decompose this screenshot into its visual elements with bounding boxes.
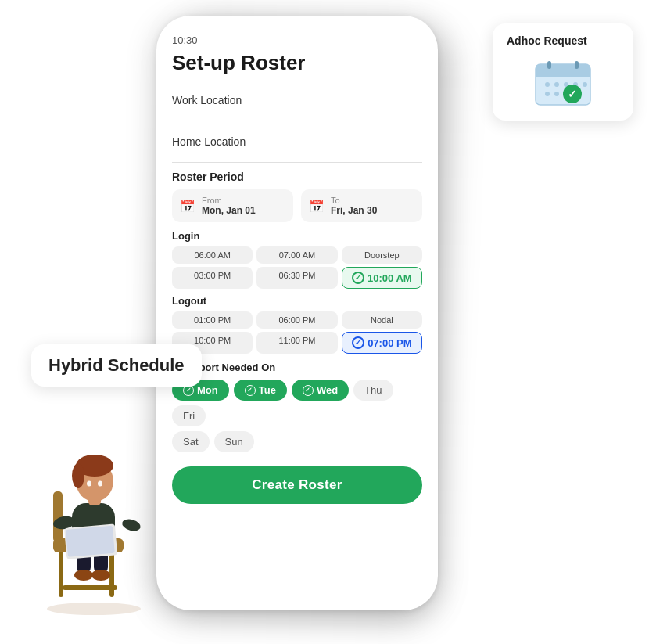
login-time-1[interactable]: 06:00 AM [172,246,253,264]
tue-check-icon: ✓ [245,385,256,396]
svg-rect-17 [63,585,117,590]
from-label: From [202,196,256,205]
svg-point-22 [121,517,142,533]
svg-rect-2 [536,70,590,77]
date-row: 📅 From Mon, Jan 01 📅 To Fri, Jan 30 [172,189,422,222]
day-tue[interactable]: ✓ Tue [234,380,287,401]
logout-label: Logout [172,295,422,307]
to-date: Fri, Jan 30 [331,205,377,216]
day-sun[interactable]: Sun [214,431,254,452]
from-calendar-icon: 📅 [180,199,195,214]
to-date-box[interactable]: 📅 To Fri, Jan 30 [301,189,422,222]
login-label: Login [172,230,422,242]
login-time-selected[interactable]: ✓ 10:00 AM [342,267,422,289]
logout-time-4[interactable]: 11:00 PM [256,332,337,354]
login-check-icon: ✓ [352,272,364,284]
logout-selected-time: 07:00 PM [368,337,411,349]
svg-rect-34 [66,526,115,557]
day-chips-row2: Sat Sun [172,431,422,452]
login-selected-time: 10:00 AM [368,272,412,284]
svg-point-6 [554,82,559,87]
to-calendar-icon: 📅 [309,199,324,214]
logout-time-selected[interactable]: ✓ 07:00 PM [342,332,422,354]
divider-1 [172,121,422,121]
login-time-2[interactable]: 07:00 AM [256,246,337,264]
login-time-grid-row1: 06:00 AM 07:00 AM Doorstep [172,246,422,264]
svg-point-10 [545,92,550,96]
home-location-label[interactable]: Home Location [172,129,422,154]
adhoc-card: Adhoc Request ✓ [493,23,633,121]
work-location-label[interactable]: Work Location [172,88,422,113]
svg-rect-19 [53,491,63,542]
logout-time-2[interactable]: 06:00 PM [256,311,337,329]
phone-wrapper: 10:30 Set-up Roster Work Location Home L… [156,16,454,626]
day-fri[interactable]: Fri [172,405,206,426]
hybrid-schedule-badge: Hybrid Schedule [31,344,202,387]
svg-point-25 [74,570,93,581]
create-roster-button[interactable]: Create Roster [172,466,422,504]
svg-rect-4 [575,61,579,69]
svg-point-11 [554,92,559,96]
transport-section: Transport Needed On ✓ Mon ✓ Tue ✓ Wed Th… [172,362,422,452]
svg-text:✓: ✓ [568,88,577,100]
day-thu[interactable]: Thu [353,380,393,401]
roster-period-label: Roster Period [172,171,422,183]
logout-nodal[interactable]: Nodal [342,311,422,329]
adhoc-title: Adhoc Request [507,34,619,47]
status-time: 10:30 [172,34,422,46]
mon-label: Mon [197,384,218,396]
login-doorstep[interactable]: Doorstep [342,246,422,264]
person-illustration [16,401,172,621]
svg-point-5 [545,82,550,87]
svg-rect-3 [547,61,551,69]
logout-check-icon: ✓ [352,336,364,349]
day-sat[interactable]: Sat [172,431,210,452]
divider-2 [172,162,422,163]
calendar-illustration: ✓ [532,55,594,110]
logout-time-grid-row1: 01:00 PM 06:00 PM Nodal [172,311,422,329]
logout-time-grid-row2: 10:00 PM 11:00 PM ✓ 07:00 PM [172,332,422,354]
phone-screen: 10:30 Set-up Roster Work Location Home L… [156,16,438,610]
login-time-3[interactable]: 03:00 PM [172,267,253,289]
logout-time-1[interactable]: 01:00 PM [172,311,253,329]
from-date: Mon, Jan 01 [202,205,256,216]
login-time-4[interactable]: 06:30 PM [256,267,337,289]
day-chips-row1: ✓ Mon ✓ Tue ✓ Wed Thu Fri [172,380,422,426]
svg-point-31 [87,481,91,487]
svg-point-32 [98,481,102,487]
screen-title: Set-up Roster [172,51,422,75]
svg-point-14 [47,603,141,615]
to-label: To [331,196,377,205]
svg-rect-15 [59,550,63,597]
svg-point-26 [91,570,110,581]
day-wed[interactable]: ✓ Wed [292,380,349,401]
svg-point-30 [72,463,84,488]
wed-check-icon: ✓ [303,385,314,396]
from-date-box[interactable]: 📅 From Mon, Jan 01 [172,189,293,222]
wed-label: Wed [317,384,338,396]
svg-point-9 [583,82,587,87]
login-time-grid-row2: 03:00 PM 06:30 PM ✓ 10:00 AM [172,267,422,289]
transport-label: Transport Needed On [172,362,422,373]
tue-label: Tue [259,384,276,396]
